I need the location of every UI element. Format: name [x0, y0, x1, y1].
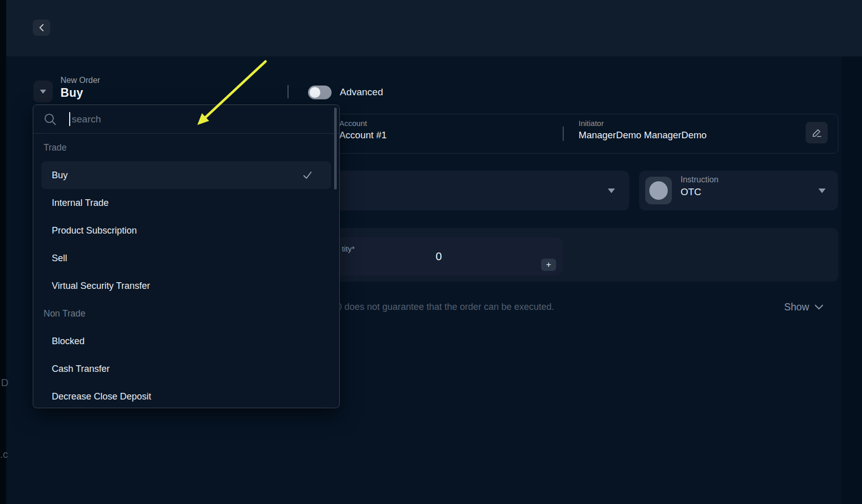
new-order-page: D .c New Order Buy Advanced Account Acco… [0, 0, 862, 504]
back-button[interactable] [33, 19, 50, 36]
instruction-value: OTC [681, 186, 719, 198]
quantity-field[interactable]: tity* 0 + [315, 237, 563, 276]
dropdown-item-cash-transfer[interactable]: Cash Transfer [42, 355, 331, 383]
account-label: Account [339, 119, 387, 128]
top-bar [6, 0, 862, 56]
instruction-avatar [645, 177, 672, 204]
advanced-toggle[interactable] [308, 86, 332, 99]
chevron-down-icon [814, 304, 824, 310]
dropdown-item-sell[interactable]: Sell [42, 244, 331, 272]
chevron-down-icon [40, 90, 46, 94]
account-initiator-row: Account Account #1 Initiator ManagerDemo… [302, 114, 838, 154]
header-divider [288, 85, 289, 98]
advanced-toggle-label: Advanced [340, 87, 383, 98]
security-select[interactable] [302, 171, 629, 211]
initiator-value: ManagerDemo ManagerDemo [579, 130, 707, 141]
text-cursor [69, 112, 70, 126]
chevron-down-icon [608, 188, 615, 193]
left-edge-fragment: .c [0, 449, 8, 460]
quantity-row: tity* 0 + [302, 228, 838, 282]
popup-scrollbar[interactable] [334, 108, 337, 190]
dropdown-item-label: Virtual Security Transfer [52, 281, 150, 291]
dropdown-item-label: Product Subscription [52, 225, 137, 236]
toggle-knob [310, 87, 320, 98]
dropdown-item-label: Buy [52, 170, 68, 181]
account-field: Account Account #1 [339, 119, 387, 141]
pencil-icon [811, 127, 823, 138]
instruction-select[interactable]: Instruction OTC [639, 171, 838, 211]
dropdown-item-label: Decrease Close Deposit [52, 391, 151, 402]
search-placeholder: search [72, 114, 101, 125]
right-edge-strip [842, 56, 862, 504]
show-toggle[interactable]: Show [784, 301, 824, 313]
check-icon [302, 170, 313, 180]
type-dropdown-list: TradeBuy Internal Trade Product Subscrip… [33, 134, 339, 408]
dropdown-item-label: Cash Transfer [52, 364, 110, 374]
instruction-label: Instruction [681, 175, 719, 184]
dropdown-item-label: Internal Trade [52, 198, 109, 208]
account-value: Account #1 [339, 130, 387, 141]
show-label: Show [784, 301, 809, 313]
field-divider [563, 127, 564, 141]
left-edge-strip: D .c [0, 0, 6, 504]
dropdown-item-virtual-security-transfer[interactable]: Virtual Security Transfer [42, 272, 331, 300]
quantity-value[interactable]: 0 [315, 237, 563, 276]
disclaimer-text: 0 does not guarantee that the order can … [337, 302, 554, 312]
order-type-collapse-button[interactable] [33, 80, 53, 102]
dropdown-section-non-trade: Non Trade [33, 300, 339, 327]
dropdown-item-product-subscription[interactable]: Product Subscription [42, 217, 331, 244]
dropdown-item-decrease-close-deposit[interactable]: Decrease Close Deposit [42, 383, 331, 408]
edit-initiator-button[interactable] [806, 122, 828, 143]
instruction-field: Instruction OTC [681, 175, 719, 198]
dropdown-item-buy[interactable]: Buy [42, 161, 331, 189]
left-edge-fragment: D [1, 377, 8, 389]
initiator-field: Initiator ManagerDemo ManagerDemo [579, 119, 707, 141]
search-icon [44, 113, 57, 126]
initiator-label: Initiator [579, 119, 707, 128]
dropdown-item-label: Sell [52, 253, 67, 264]
dropdown-item-label: Blocked [52, 336, 85, 347]
chevron-left-icon [38, 24, 45, 32]
dropdown-item-blocked[interactable]: Blocked [42, 327, 331, 355]
search-input[interactable]: search [33, 105, 339, 134]
dropdown-section-trade: Trade [33, 134, 339, 161]
dropdown-item-internal-trade[interactable]: Internal Trade [42, 189, 331, 217]
order-type-popup: search TradeBuy Internal Trade Product S… [33, 104, 340, 408]
circle-icon [649, 181, 668, 200]
quantity-increment-button[interactable]: + [541, 259, 556, 271]
page-title: Buy [60, 86, 83, 100]
chevron-down-icon [818, 188, 826, 193]
page-eyebrow: New Order [60, 76, 100, 85]
